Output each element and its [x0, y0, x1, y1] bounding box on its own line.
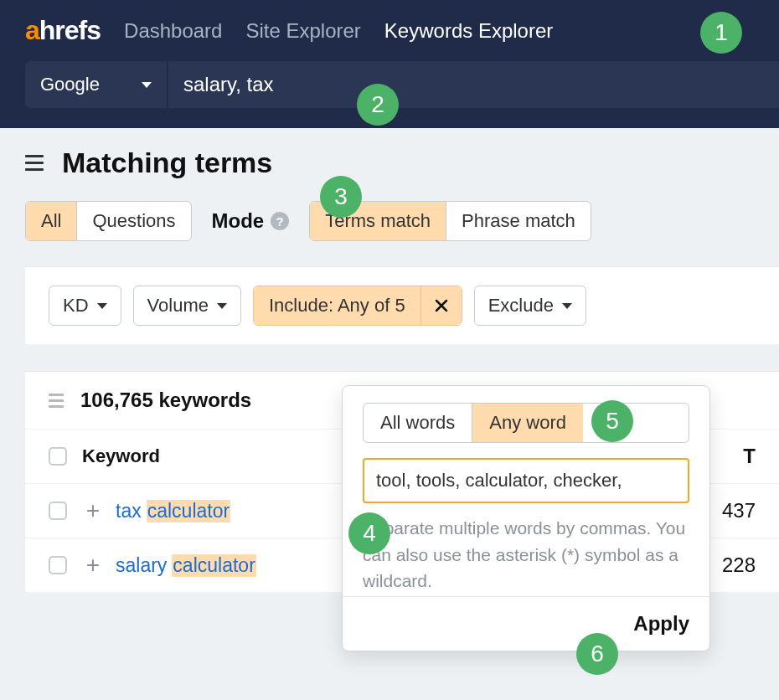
include-label[interactable]: Include: Any of 5	[254, 286, 420, 325]
page-title: Matching terms	[62, 147, 272, 179]
search-value: salary, tax	[183, 73, 274, 96]
caret-down-icon	[562, 303, 572, 309]
keyword-search-input[interactable]: salary, tax	[168, 61, 779, 108]
caret-down-icon	[97, 303, 107, 309]
search-engine-select[interactable]: Google	[25, 61, 167, 108]
annotation-badge-1: 1	[700, 12, 742, 54]
filter-include-pill: Include: Any of 5	[253, 286, 462, 326]
include-filter-popup: All words Any word Separate multiple wor…	[342, 385, 710, 651]
column-header-right[interactable]: T	[743, 445, 756, 468]
tab-questions[interactable]: Questions	[77, 202, 190, 240]
row-value: 437	[722, 499, 756, 522]
results-count: 106,765 keywords	[80, 389, 251, 412]
nav-keywords-explorer[interactable]: Keywords Explorer	[384, 19, 553, 43]
expand-button[interactable]: +	[82, 500, 104, 522]
annotation-badge-2: 2	[357, 84, 399, 126]
row-value: 228	[722, 553, 756, 577]
help-icon[interactable]: ?	[271, 212, 289, 230]
row-checkbox[interactable]	[49, 502, 67, 520]
filter-exclude[interactable]: Exclude	[474, 286, 586, 326]
include-words-input[interactable]	[363, 458, 689, 503]
close-icon	[435, 299, 448, 312]
apply-button[interactable]: Apply	[633, 612, 689, 636]
drag-handle-icon[interactable]	[49, 394, 64, 408]
select-all-checkbox[interactable]	[49, 447, 67, 466]
annotation-badge-3: 3	[320, 176, 362, 218]
logo: ahrefs	[25, 15, 101, 46]
caret-down-icon	[142, 82, 152, 88]
tab-phrase-match[interactable]: Phrase match	[446, 202, 591, 240]
nav-site-explorer[interactable]: Site Explorer	[245, 19, 360, 43]
type-segmented: All Questions	[25, 201, 192, 241]
search-engine-label: Google	[40, 74, 100, 95]
annotation-badge-6: 6	[576, 633, 618, 675]
nav-dashboard[interactable]: Dashboard	[124, 19, 222, 43]
tab-any-word[interactable]: Any word	[472, 404, 583, 442]
annotation-badge-5: 5	[591, 400, 633, 442]
row-checkbox[interactable]	[49, 556, 67, 574]
include-remove-button[interactable]	[420, 286, 462, 325]
annotation-badge-4: 4	[348, 512, 390, 554]
filter-volume[interactable]: Volume	[133, 286, 241, 326]
caret-down-icon	[217, 303, 227, 309]
sidebar-toggle-icon[interactable]	[25, 155, 44, 171]
keyword-link[interactable]: salarycalculator	[116, 554, 256, 577]
word-mode-segmented: All words Any word	[363, 403, 689, 443]
include-hint: Separate multiple words by commas. You c…	[363, 515, 689, 594]
mode-label: Mode ?	[212, 209, 290, 233]
filter-kd[interactable]: KD	[49, 286, 121, 326]
expand-button[interactable]: +	[82, 554, 104, 576]
keyword-link[interactable]: taxcalculator	[116, 500, 230, 522]
tab-all[interactable]: All	[26, 202, 77, 240]
tab-all-words[interactable]: All words	[364, 404, 472, 442]
